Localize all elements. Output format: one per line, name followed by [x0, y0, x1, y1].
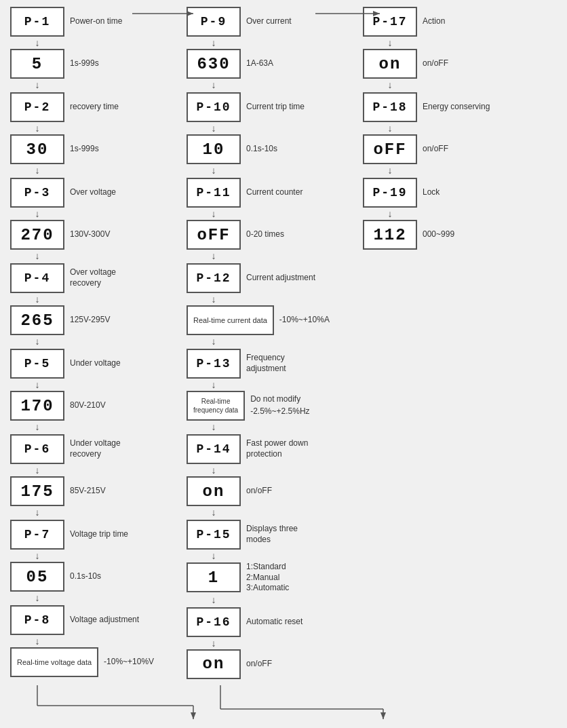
arrow-after-p12: ↓ — [187, 335, 241, 347]
param-p2-range: 1s-999s — [70, 144, 99, 155]
param-p7-value: 05 — [10, 562, 64, 592]
param-p5-range: 80V-210V — [70, 400, 106, 411]
param-p19-label: Lock — [423, 187, 439, 198]
param-p18-value: oFF — [363, 134, 417, 164]
param-p3-value-row: 270 130V-300V — [10, 220, 110, 250]
param-p1-range: 1s-999s — [70, 58, 99, 69]
param-p13-value: Real-timefrequency data — [187, 391, 245, 421]
param-p7-value-row: 05 0.1s-10s — [10, 562, 101, 592]
arrow-after-p14-label: ↓ — [187, 464, 241, 476]
arrow-after-p4-label: ↓ — [10, 293, 64, 305]
arrow-after-p13-label: ↓ — [187, 379, 241, 391]
column-2: P-9 Over current ↓ 630 1A-63A ↓ P-10 Cur… — [187, 7, 349, 681]
param-p3-box: P-3 — [10, 178, 64, 208]
param-p2-block: P-2 recovery time ↓ 30 1s-999s ↓ — [10, 92, 173, 176]
param-p15-range: 1:Standard 2:Manual 3:Automatic — [246, 562, 289, 594]
column-1: P-1 Power-on time ↓ 5 1s-999s ↓ P-2 reco… — [10, 7, 173, 681]
arrow-after-p13: ↓ — [187, 421, 241, 433]
param-p10-box: P-10 — [187, 92, 241, 122]
param-p16-value: on — [187, 649, 241, 679]
param-p10-value: 10 — [187, 134, 241, 164]
param-p18-range: on/oFF — [423, 144, 448, 155]
param-p19-value: 112 — [363, 220, 417, 250]
param-p17-value-row: on on/oFF — [363, 49, 448, 79]
arrow-after-p11-label: ↓ — [187, 208, 241, 220]
param-p4-box: P-4 — [10, 263, 64, 293]
param-p8-box: P-8 — [10, 605, 64, 635]
arrow-after-p5: ↓ — [10, 421, 64, 433]
param-p19-block: P-19 Lock ↓ 112 000~999 — [363, 178, 526, 250]
param-p13-box: P-13 — [187, 349, 241, 379]
param-p13-row: P-13 Frequency adjustment — [187, 349, 321, 379]
param-p2-box: P-2 — [10, 92, 64, 122]
param-p18-row: P-18 Energy conserving — [363, 92, 490, 122]
param-p6-block: P-6 Under voltage recovery ↓ 175 85V-215… — [10, 434, 173, 518]
param-p11-block: P-11 Current counter ↓ oFF 0-20 times ↓ — [187, 178, 349, 262]
param-p6-box: P-6 — [10, 434, 64, 464]
param-p15-row: P-15 Displays three modes — [187, 520, 321, 550]
param-p9-block: P-9 Over current ↓ 630 1A-63A ↓ — [187, 7, 349, 91]
param-p4-value-row: 265 125V-295V — [10, 305, 110, 335]
arrow-after-p16-label: ↓ — [187, 637, 241, 649]
param-p11-label: Current counter — [246, 187, 302, 198]
param-p6-label: Under voltage recovery — [70, 438, 144, 459]
param-p14-value: on — [187, 476, 241, 506]
param-p10-block: P-10 Current trip time ↓ 10 0.1s-10s ↓ — [187, 92, 349, 176]
param-p15-box: P-15 — [187, 520, 241, 550]
param-p4-row: P-4 Over voltage recovery — [10, 263, 144, 293]
param-p12-box: P-12 — [187, 263, 241, 293]
arrow-after-p4: ↓ — [10, 335, 64, 347]
param-p7-box: P-7 — [10, 520, 64, 550]
arrow-after-p15-label: ↓ — [187, 550, 241, 562]
param-p3-value: 270 — [10, 220, 64, 250]
arrow-after-p3: ↓ — [10, 250, 64, 262]
param-p15-value: 1 — [187, 562, 241, 592]
param-p2-row: P-2 recovery time — [10, 92, 119, 122]
param-p6-range: 85V-215V — [70, 486, 106, 497]
param-p16-row: P-16 Automatic reset — [187, 607, 302, 637]
arrow-after-p3-label: ↓ — [10, 208, 64, 220]
arrow-after-p7-label: ↓ — [10, 550, 64, 562]
param-p1-label: Power-on time — [70, 16, 122, 27]
param-p16-range: on/oFF — [246, 659, 272, 670]
param-p6-row: P-6 Under voltage recovery — [10, 434, 144, 464]
param-p8-value: Real-time voltage data — [10, 647, 98, 677]
arrow-after-p18: ↓ — [363, 164, 417, 176]
param-p3-range: 130V-300V — [70, 229, 110, 240]
param-p16-label: Automatic reset — [246, 617, 302, 628]
param-p2-value: 30 — [10, 134, 64, 164]
param-p12-range: -10%~+10%A — [279, 315, 330, 326]
param-p10-value-row: 10 0.1s-10s — [187, 134, 277, 164]
param-p3-block: P-3 Over voltage ↓ 270 130V-300V ↓ — [10, 178, 173, 262]
param-p11-box: P-11 — [187, 178, 241, 208]
param-p6-value-row: 175 85V-215V — [10, 476, 106, 506]
param-p10-row: P-10 Current trip time — [187, 92, 305, 122]
param-p12-row: P-12 Current adjustment — [187, 263, 315, 293]
param-p9-range: 1A-63A — [246, 58, 273, 69]
arrow-after-p6-label: ↓ — [10, 464, 64, 476]
param-p14-box: P-14 — [187, 434, 241, 464]
param-p12-value: Real-time current data — [187, 305, 274, 335]
param-p1-block: P-1 Power-on time ↓ 5 1s-999s ↓ — [10, 7, 173, 91]
param-p17-row: P-17 Action — [363, 7, 445, 37]
arrow-after-p2-label: ↓ — [10, 122, 64, 134]
param-p15-block: P-15 Displays three modes ↓ 1 1:Standard… — [187, 520, 349, 606]
param-p19-box: P-19 — [363, 178, 417, 208]
param-p3-row: P-3 Over voltage — [10, 178, 116, 208]
param-p12-block: P-12 Current adjustment ↓ Real-time curr… — [187, 263, 349, 347]
param-p8-label: Voltage adjustment — [70, 615, 139, 626]
param-p14-value-row: on on/oFF — [187, 476, 272, 506]
param-p11-row: P-11 Current counter — [187, 178, 302, 208]
param-p1-value: 5 — [10, 49, 64, 79]
param-p15-value-row: 1 1:Standard 2:Manual 3:Automatic — [187, 562, 289, 594]
param-p4-block: P-4 Over voltage recovery ↓ 265 125V-295… — [10, 263, 173, 347]
arrow-after-p5-label: ↓ — [10, 379, 64, 391]
param-p4-value: 265 — [10, 305, 64, 335]
column-3: P-17 Action ↓ on on/oFF ↓ P-18 Energy co… — [363, 7, 526, 681]
param-p2-label: recovery time — [70, 102, 119, 113]
param-p7-row: P-7 Voltage trip time — [10, 520, 128, 550]
param-p19-range: 000~999 — [423, 229, 454, 240]
arrow-after-p9-label: ↓ — [187, 37, 241, 49]
param-p17-value: on — [363, 49, 417, 79]
param-p17-block: P-17 Action ↓ on on/oFF ↓ — [363, 7, 526, 91]
